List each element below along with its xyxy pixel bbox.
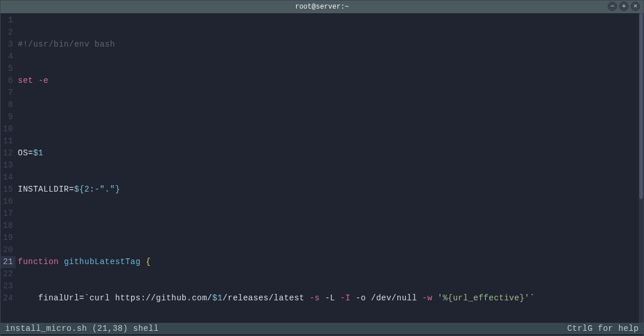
line-number: 9: [1, 111, 16, 123]
minimize-button[interactable]: −: [608, 2, 617, 11]
keyword-set: set: [18, 76, 33, 85]
line-number: 6: [1, 75, 16, 87]
scrollbar[interactable]: [639, 13, 643, 323]
gutter: 1 2 3 4 5 6 7 8 9 10 11 12 13 14 15 16 1…: [1, 13, 16, 323]
val: ${2:-"."}: [74, 185, 120, 194]
scrollbar-thumb[interactable]: [639, 13, 643, 199]
flag-e: -e: [39, 76, 49, 85]
titlebar[interactable]: root@server:~ − + ×: [1, 1, 643, 13]
shebang: #!/usr/bin/env bash: [18, 40, 115, 49]
line-number: 14: [1, 171, 16, 184]
statusbar: install_micro.sh (21,38) shell CtrlG for…: [1, 323, 643, 335]
var-installdir: INSTALLDIR: [18, 185, 69, 194]
var-os: OS: [18, 148, 28, 158]
window-controls: − + ×: [608, 2, 640, 11]
terminal-window: root@server:~ − + × 1 2 3 4 5 6 7 8 9 10…: [0, 0, 644, 336]
function-name: githubLatestTag: [64, 257, 141, 266]
val: $1: [33, 148, 44, 158]
line-number: 18: [1, 220, 16, 232]
line-number: 20: [1, 244, 16, 256]
line-number: 1: [1, 14, 16, 26]
line-number: 10: [1, 123, 16, 135]
line-number: 5: [1, 63, 16, 75]
line-number: 11: [1, 135, 16, 147]
line-number: 4: [1, 51, 16, 63]
line-number: 24: [1, 292, 16, 304]
line-number: 23: [1, 280, 16, 292]
line-number: 8: [1, 99, 16, 111]
line-number: 15: [1, 184, 16, 196]
line-number: 2: [1, 26, 16, 39]
line-number-active: 21: [1, 256, 16, 268]
line-number: 3: [1, 39, 16, 51]
maximize-button[interactable]: +: [619, 2, 628, 11]
line-number: 16: [1, 196, 16, 208]
editor-area[interactable]: 1 2 3 4 5 6 7 8 9 10 11 12 13 14 15 16 1…: [1, 13, 643, 323]
line-number: 13: [1, 159, 16, 171]
window-title: root@server:~: [295, 3, 349, 11]
line-number: 22: [1, 268, 16, 280]
code-content[interactable]: #!/usr/bin/env bash set -e OS=$1 INSTALL…: [16, 13, 643, 323]
close-button[interactable]: ×: [631, 2, 640, 11]
status-left: install_micro.sh (21,38) shell: [5, 324, 159, 333]
keyword-function: function: [18, 257, 59, 266]
line-number: 17: [1, 208, 16, 220]
line-number: 19: [1, 232, 16, 244]
line-number: 7: [1, 87, 16, 99]
status-right: CtrlG for help: [567, 324, 639, 333]
line-number: 12: [1, 147, 16, 159]
